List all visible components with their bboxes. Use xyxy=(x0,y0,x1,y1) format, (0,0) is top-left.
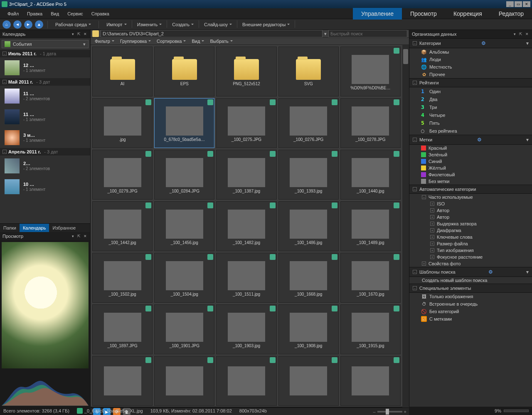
toolbar-menu[interactable]: Слайд-шоу xyxy=(201,20,235,29)
gear-icon[interactable]: ⚙ xyxy=(477,137,482,143)
section-header[interactable]: –Метки⚙▾ xyxy=(409,135,532,145)
image-thumb[interactable]: 0_678c0_5bad5e5a… xyxy=(154,98,214,148)
special-item[interactable]: ☑С метками xyxy=(409,315,532,323)
image-thumb[interactable]: .jpg xyxy=(92,98,153,148)
menu-правка[interactable]: Правка xyxy=(23,9,47,18)
section-header[interactable]: –Специальные элементы xyxy=(409,284,532,293)
image-thumb[interactable]: _100_1897.JPG xyxy=(92,304,153,354)
image-thumb[interactable]: _100_1393.jpg xyxy=(278,150,339,200)
image-thumb[interactable]: _100_0275.JPG xyxy=(216,98,276,148)
image-thumb[interactable]: _100_1440.jpg xyxy=(340,150,401,200)
color-label-item[interactable]: Зелёный xyxy=(409,151,532,158)
image-thumb[interactable]: _100_1442.jpg xyxy=(92,201,153,251)
section-header[interactable]: –Категории⚙▾ xyxy=(409,38,532,48)
color-label-item[interactable]: Синий xyxy=(409,158,532,165)
minimize-button[interactable]: _ xyxy=(506,1,514,7)
tree-node[interactable]: +Автор xyxy=(409,214,532,220)
menu-файл[interactable]: Файл xyxy=(3,9,23,18)
tree-node[interactable]: +Выдержка затвора xyxy=(409,220,532,227)
chevron-down-icon[interactable]: ▾ xyxy=(526,40,529,46)
special-item[interactable]: ⏱Встроенные в очередь xyxy=(409,300,532,308)
calendar-mode-dropdown[interactable]: События ▾ xyxy=(2,40,89,48)
calendar-item[interactable]: 11 …- 1 элемент xyxy=(0,106,90,127)
image-thumb[interactable]: _100_1504.jpg xyxy=(154,253,214,303)
color-label-item[interactable]: Красный xyxy=(409,145,532,151)
chevron-down-icon[interactable]: ▾ xyxy=(70,32,75,37)
calendar-item[interactable]: 12 …- 1 элемент xyxy=(0,57,90,78)
pin-icon[interactable]: ⇱ xyxy=(518,32,523,37)
tree-node[interactable]: +ISO xyxy=(409,200,532,207)
menu-сервис[interactable]: Сервис xyxy=(63,9,87,18)
mode-tab[interactable]: Коррекция xyxy=(445,8,490,20)
filter-menu[interactable]: Вид xyxy=(189,38,207,44)
close-icon[interactable]: ✕ xyxy=(83,32,88,37)
filter-menu[interactable]: Группировка xyxy=(118,38,153,44)
section-header[interactable]: –Шаблоны поиска⚙▾ xyxy=(409,267,532,277)
special-item[interactable]: 🖼Только изображения xyxy=(409,293,532,300)
image-thumb[interactable] xyxy=(154,356,214,406)
filter-menu[interactable]: Фильтр xyxy=(92,38,117,44)
image-thumb[interactable] xyxy=(278,356,339,406)
thumbnail-zoom[interactable]: – + xyxy=(373,409,406,414)
month-header[interactable]: –Май 2011 г.- 3 дат xyxy=(0,78,90,86)
image-thumb[interactable]: _100_0276.JPG xyxy=(278,98,339,148)
path-input[interactable] xyxy=(101,30,323,37)
pin-icon[interactable]: ⇱ xyxy=(76,32,81,37)
folder-thumb[interactable]: PNG_512x512 xyxy=(216,47,276,96)
tree-node[interactable]: +Тип изображения xyxy=(409,247,532,254)
tree-node[interactable]: +Свойства фото xyxy=(409,260,532,267)
image-thumb[interactable]: _100_1486.jpg xyxy=(278,201,339,251)
image-thumb[interactable]: _100_1915.jpg xyxy=(340,304,401,354)
toolbar-menu[interactable]: Внешние редакторы xyxy=(239,20,293,29)
tree-node[interactable]: +Размер файла xyxy=(409,240,532,247)
gear-icon[interactable]: ⚙ xyxy=(481,40,486,46)
chevron-down-icon[interactable]: ▾ xyxy=(526,269,529,275)
tab-folders[interactable]: Папки xyxy=(0,224,20,232)
color-label-item[interactable]: Жёлтый xyxy=(409,165,532,171)
vertical-scrollbar[interactable] xyxy=(402,45,409,408)
gear-icon[interactable]: ⚙ xyxy=(488,269,493,275)
filter-menu[interactable]: Сортировка xyxy=(154,38,188,44)
calendar-item[interactable]: 3 м…- 1 элемент xyxy=(0,127,90,148)
create-template-link[interactable]: Создать новый шаблон поиска xyxy=(409,277,532,284)
label-none[interactable]: Без метки xyxy=(409,178,532,185)
tree-node[interactable]: +Диафрагма xyxy=(409,227,532,234)
category-item[interactable]: 👥Люди xyxy=(409,56,532,63)
mode-tab[interactable]: Управление xyxy=(353,8,402,20)
forward-icon[interactable]: ► xyxy=(24,20,32,29)
image-thumb[interactable]: %D0%9F%D0%BE… xyxy=(340,47,401,96)
image-thumb[interactable] xyxy=(92,356,153,406)
tab-calendar[interactable]: Календарь xyxy=(20,224,49,232)
image-thumb[interactable]: _100_1908.jpg xyxy=(278,304,339,354)
tab-favorites[interactable]: Избранное xyxy=(49,224,79,232)
image-thumb[interactable]: _100_1901.JPG xyxy=(154,304,214,354)
close-icon[interactable]: ✕ xyxy=(83,234,88,239)
image-thumb[interactable]: _100_1482.jpg xyxy=(216,201,276,251)
category-item[interactable]: 📦Альбомы xyxy=(409,48,532,56)
calendar-item[interactable]: 10 …- 1 элемент xyxy=(0,176,90,197)
image-thumb[interactable]: _100_1456.jpg xyxy=(154,201,214,251)
chevron-down-icon[interactable]: ▾ xyxy=(324,31,327,37)
rating-item[interactable]: 3Три xyxy=(409,103,532,111)
toolbar-menu[interactable]: Импорт xyxy=(103,20,130,29)
workspace-menu[interactable]: Рабочая среда xyxy=(52,20,94,29)
toolbar-menu[interactable]: Изменить xyxy=(134,20,165,29)
menu-вид[interactable]: Вид xyxy=(47,9,63,18)
chevron-down-icon[interactable]: ▾ xyxy=(526,137,529,143)
folder-thumb[interactable]: SVG xyxy=(278,47,339,96)
maximize-button[interactable]: ▭ xyxy=(515,1,522,7)
back-icon[interactable]: ◄ xyxy=(13,20,22,29)
toolbar-menu[interactable]: Создать xyxy=(169,20,197,29)
color-label-item[interactable]: Фиолетовый xyxy=(409,171,532,178)
month-header[interactable]: –Июль 2011 г.- 1 дата xyxy=(0,50,90,57)
folder-thumb[interactable]: AI xyxy=(92,47,153,96)
quick-search-input[interactable] xyxy=(328,30,407,37)
image-thumb[interactable]: _100_0279.JPG xyxy=(92,150,153,200)
calendar-item[interactable]: 2…- 2 элементов xyxy=(0,156,90,176)
tree-node[interactable]: +Ключевые слова xyxy=(409,234,532,240)
image-thumb[interactable] xyxy=(216,356,276,406)
category-item[interactable]: 🌐Местность xyxy=(409,63,532,71)
image-thumb[interactable]: _100_1670.jpg xyxy=(340,253,401,303)
chevron-down-icon[interactable]: ▾ xyxy=(512,32,517,37)
image-thumb[interactable]: _100_1502.jpg xyxy=(92,253,153,303)
